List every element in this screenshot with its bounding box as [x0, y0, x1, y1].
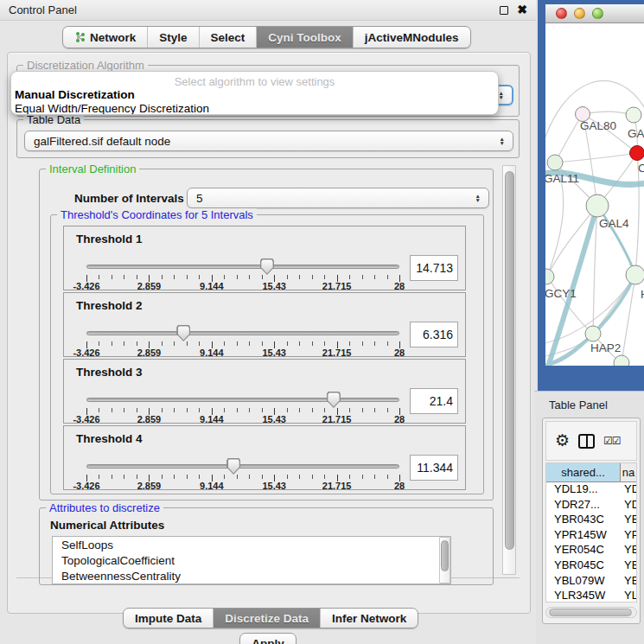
network-node-hap2[interactable]: [585, 326, 601, 341]
cell-shared-name[interactable]: YDL19...: [546, 482, 621, 498]
column-header-name[interactable]: na: [621, 463, 636, 481]
number-of-intervals-combobox[interactable]: 5 ▲▼: [187, 188, 489, 208]
cell-name[interactable]: YDL1: [621, 482, 636, 498]
table-header-row: shared... na: [546, 463, 636, 482]
attribute-list-scrollbar[interactable]: [439, 537, 450, 583]
slider-thumb[interactable]: [260, 258, 274, 275]
attributes-title: Attributes to discretize: [46, 501, 163, 514]
cell-name[interactable]: YDR2: [621, 498, 636, 513]
threshold-slider[interactable]: [86, 257, 399, 276]
slider-track[interactable]: [86, 464, 399, 469]
table-rows: YDL19...YDL1YDR27...YDR2YBR043CYBR0YPR14…: [546, 482, 636, 603]
settings-scroll-thumb[interactable]: [505, 171, 514, 550]
network-node[interactable]: [614, 355, 629, 366]
interval-definition-group: Interval Definition Number of Intervals …: [39, 169, 494, 501]
cell-name[interactable]: YBR0: [621, 513, 636, 528]
tab-label: Select: [211, 31, 245, 44]
table-row[interactable]: YBR043CYBR0: [546, 513, 636, 528]
tab-style[interactable]: Style: [148, 27, 199, 48]
table-row[interactable]: YLR345WYLR3: [546, 589, 636, 603]
network-node-c[interactable]: [630, 146, 644, 161]
cell-name[interactable]: YBL0: [621, 574, 636, 590]
node-label: GCY1: [545, 287, 577, 300]
close-icon[interactable]: ✖: [517, 3, 527, 16]
threshold-value-field[interactable]: 21.4: [410, 388, 458, 414]
slider-track[interactable]: [86, 398, 399, 402]
table-panel-title: Table Panel: [549, 399, 608, 411]
tab-jactivemnodules[interactable]: jActiveMNodules: [354, 27, 470, 48]
gear-icon[interactable]: ⚙: [555, 433, 570, 449]
table-horizontal-scrollbar[interactable]: [545, 607, 637, 618]
tab-label: Style: [159, 31, 187, 44]
table-row[interactable]: YBR045CYBR0: [546, 558, 636, 574]
cell-shared-name[interactable]: YLR345W: [546, 589, 621, 603]
network-node-gcy1[interactable]: [545, 269, 554, 284]
tab-network[interactable]: Network: [63, 27, 148, 48]
cell-name[interactable]: YPR1: [621, 528, 636, 544]
slider-thumb[interactable]: [327, 392, 341, 408]
network-node-h[interactable]: [626, 265, 644, 284]
cell-shared-name[interactable]: YPR145W: [546, 528, 621, 544]
tab-cyni-toolbox[interactable]: Cyni Toolbox: [257, 27, 354, 48]
cell-shared-name[interactable]: YBL079W: [546, 574, 621, 590]
table-scroll-thumb[interactable]: [549, 609, 632, 616]
close-traffic-light-icon[interactable]: [556, 8, 567, 19]
slider-thumb[interactable]: [176, 325, 190, 341]
network-node-gal4[interactable]: [586, 194, 609, 217]
threshold-slider[interactable]: [86, 456, 399, 475]
cyni-toolbox-panel: Discretization Algorithm ▲▼ Table Data g…: [7, 52, 531, 614]
cell-shared-name[interactable]: YBR043C: [546, 513, 621, 528]
tab-select[interactable]: Select: [200, 27, 258, 48]
attribute-item-betweennesscentrality[interactable]: BetweennessCentrality: [53, 568, 450, 583]
cell-name[interactable]: YBR0: [621, 558, 636, 574]
discretization-algorithm-title: Discretization Algorithm: [23, 59, 148, 72]
numerical-attributes-list[interactable]: SelfLoopsTopologicalCoefficientBetweenne…: [52, 536, 451, 584]
slider-track[interactable]: [86, 265, 399, 269]
thresholds-group: Threshold's Coordinates for 5 Intervals …: [50, 214, 484, 494]
cell-shared-name[interactable]: YER054C: [546, 543, 621, 558]
threshold-value-field[interactable]: 14.713: [410, 255, 458, 281]
tab-label: Discretize Data: [225, 612, 309, 625]
tab-discretize-data[interactable]: Discretize Data: [214, 609, 321, 628]
slider-thumb[interactable]: [226, 458, 240, 475]
node-label: GA: [628, 127, 644, 140]
table-row[interactable]: YBL079WYBL0: [546, 574, 636, 590]
attribute-list-scroll-thumb[interactable]: [441, 540, 449, 571]
slider-tick-labels: -3.4262.8599.14415.4321.71528: [86, 481, 399, 491]
cell-name[interactable]: YLR3: [621, 589, 636, 603]
cell-shared-name[interactable]: YBR045C: [546, 558, 621, 574]
table-row[interactable]: YER054CYER0: [546, 543, 636, 558]
checkboxes-icon[interactable]: ☑☑: [603, 435, 621, 447]
tab-infer-network[interactable]: Infer Network: [321, 609, 418, 628]
table-data-combobox[interactable]: galFiltered.sif default node ▲▼: [24, 131, 513, 151]
network-node-gal11[interactable]: [547, 155, 563, 170]
table-row[interactable]: YPR145WYPR1: [546, 528, 636, 544]
attribute-item-selfloops[interactable]: SelfLoops: [53, 537, 450, 552]
attribute-item-topologicalcoefficient[interactable]: TopologicalCoefficient: [53, 552, 450, 568]
zoom-traffic-light-icon[interactable]: [592, 8, 603, 19]
interval-definition-title: Interval Definition: [46, 163, 139, 175]
top-tab-bar: NetworkStyleSelectCyni ToolboxjActiveMNo…: [62, 26, 471, 48]
table-row[interactable]: YDL19...YDL1: [546, 482, 636, 498]
settings-scrollbar[interactable]: [502, 165, 516, 575]
slider-track[interactable]: [86, 331, 399, 335]
column-header-shared-name[interactable]: shared...: [546, 463, 621, 481]
float-window-icon[interactable]: [500, 6, 508, 15]
network-canvas[interactable]: GAL80GACGAL11GAL4GCY1HHAP2: [545, 23, 644, 366]
apply-button[interactable]: Apply: [239, 633, 296, 644]
algorithm-option-equal-width-frequency-discretization[interactable]: Equal Width/Frequency Discretization: [11, 102, 498, 116]
cell-name[interactable]: YER0: [621, 543, 636, 558]
threshold-value-field[interactable]: 11.344: [410, 455, 458, 481]
threshold-value-field[interactable]: 6.316: [410, 322, 458, 348]
table-row[interactable]: YDR27...YDR2: [546, 498, 636, 513]
threshold-slider[interactable]: [86, 323, 399, 342]
minimize-traffic-light-icon[interactable]: [574, 8, 585, 19]
split-columns-icon[interactable]: [578, 434, 595, 449]
algorithm-option-manual-discretization[interactable]: Manual Discretization: [11, 88, 498, 102]
cell-shared-name[interactable]: YDR27...: [546, 498, 621, 513]
node-table[interactable]: shared... na YDL19...YDL1YDR27...YDR2YBR…: [545, 462, 637, 603]
threshold-slider[interactable]: [86, 390, 399, 409]
tab-impute-data[interactable]: Impute Data: [124, 609, 214, 628]
node-label: GAL4: [599, 217, 629, 230]
network-node-ga[interactable]: [626, 107, 641, 123]
